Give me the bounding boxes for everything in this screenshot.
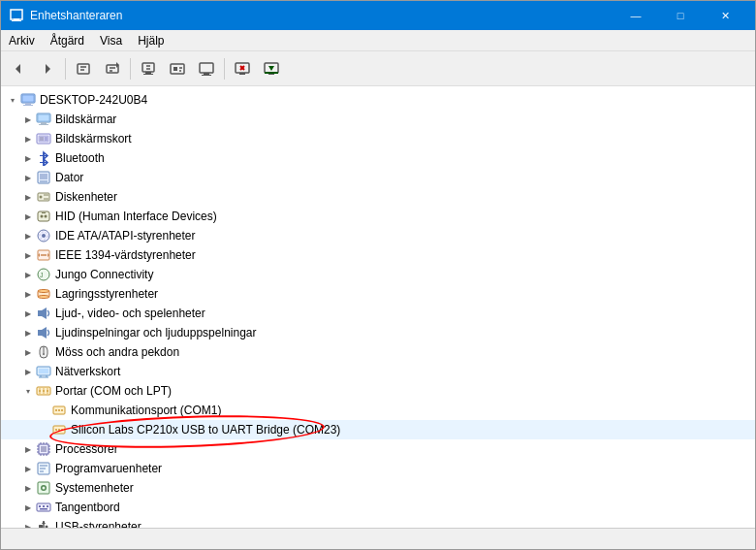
- svg-rect-126: [43, 505, 45, 507]
- tree-item-ljud[interactable]: ▶ Ljud-, video- och spelenheter: [1, 304, 755, 323]
- svg-point-123: [43, 487, 46, 490]
- expander-bluetooth[interactable]: ▶: [20, 150, 36, 166]
- tree-item-hid[interactable]: ▶ HID (Human Interface Devices): [1, 207, 755, 226]
- svg-point-59: [45, 215, 47, 218]
- close-button[interactable]: ✕: [703, 1, 747, 30]
- view-hidden-button[interactable]: [164, 55, 191, 82]
- display-button[interactable]: [193, 55, 220, 82]
- system-icon: [36, 480, 51, 496]
- storage-icon: [36, 286, 51, 302]
- app-icon: [9, 8, 24, 23]
- svg-point-89: [39, 388, 40, 389]
- audio-icon: [36, 306, 51, 321]
- menu-hjalp[interactable]: Hjälp: [130, 30, 172, 50]
- expander-processorer[interactable]: ▶: [20, 441, 36, 457]
- svg-rect-75: [38, 330, 42, 336]
- port-icon: [36, 383, 51, 399]
- expander-lagrings[interactable]: ▶: [20, 286, 36, 302]
- scan-button[interactable]: [135, 55, 162, 82]
- svg-rect-14: [143, 74, 153, 75]
- expander-usb[interactable]: ▶: [20, 519, 36, 528]
- menu-visa[interactable]: Visa: [92, 30, 130, 50]
- expander-ljudinsp[interactable]: ▶: [20, 325, 36, 340]
- usb-label: USB-styrenheter: [55, 520, 142, 528]
- tree-item-tangentbord[interactable]: ▶ Tangentbord: [1, 498, 755, 517]
- menu-atgard[interactable]: Åtgärd: [43, 30, 92, 50]
- tree-item-lagrings[interactable]: ▶ Lagringsstyrenheter: [1, 284, 755, 304]
- jungo-label: Jungo Connectivity: [55, 268, 153, 281]
- svg-point-88: [47, 390, 48, 392]
- expander-tangentbord[interactable]: ▶: [20, 500, 36, 515]
- tree-item-diskenheter[interactable]: ▶ Diskenheter: [1, 187, 755, 207]
- tree-item-usb[interactable]: ▶ USB-styrenheter: [1, 517, 755, 528]
- tree-item-silicon-labs[interactable]: ▶ Silicon Labs CP210x USB to UART Bridge…: [1, 420, 755, 439]
- audio2-icon: [36, 325, 51, 340]
- download-button[interactable]: [258, 55, 285, 82]
- remove-button[interactable]: [229, 55, 256, 82]
- expander-ljud[interactable]: ▶: [20, 306, 36, 321]
- separator-3: [224, 58, 225, 80]
- svg-point-92: [39, 392, 40, 393]
- svg-rect-5: [78, 64, 89, 74]
- update-driver-button[interactable]: [99, 55, 126, 82]
- tree-item-processorer[interactable]: ▶ Proces: [1, 439, 755, 459]
- expander-ieee[interactable]: ▶: [20, 247, 36, 263]
- tree-item-ljudinsp[interactable]: ▶ Ljudinspelningar och ljuduppspelningar: [1, 323, 755, 342]
- expander-bildskärmskort[interactable]: ▶: [20, 131, 36, 146]
- cpu-icon: [36, 441, 51, 457]
- programvaru-label: Programvaruenheter: [55, 462, 162, 475]
- back-button[interactable]: [5, 55, 32, 82]
- svg-rect-31: [265, 72, 278, 74]
- svg-rect-13: [145, 72, 151, 74]
- expander-ide[interactable]: ▶: [20, 228, 36, 243]
- tree-item-bildskärmskort[interactable]: ▶ Bildskärmskort: [1, 129, 755, 148]
- expander-moss[interactable]: ▶: [20, 344, 36, 360]
- tree-item-natverkskort[interactable]: ▶ Nätverkskort: [1, 362, 755, 381]
- silicon-labs-label: Silicon Labs CP210x USB to UART Bridge (…: [71, 423, 340, 437]
- properties-button[interactable]: [70, 55, 97, 82]
- tree-item-portar[interactable]: ▾ Portar (COM och LPT): [1, 381, 755, 401]
- tree-item-programvaru[interactable]: ▶ Programvaruenheter: [1, 459, 755, 478]
- root-label: DESKTOP-242U0B4: [40, 93, 147, 107]
- tree-item-jungo[interactable]: ▶ J Jungo Connectivity: [1, 265, 755, 284]
- keyboard-icon: [36, 500, 51, 515]
- tree-item-moss[interactable]: ▶ Möss och andra pekdon: [1, 342, 755, 362]
- expander-jungo[interactable]: ▶: [20, 267, 36, 282]
- svg-rect-37: [41, 122, 47, 124]
- tree-item-bluetooth[interactable]: ▶ Bluetooth: [1, 148, 755, 168]
- minimize-button[interactable]: —: [614, 1, 658, 30]
- svg-point-79: [43, 353, 45, 355]
- root-expander[interactable]: ▾: [5, 92, 20, 108]
- tree-item-com1[interactable]: ▶ Kommunikationsport (COM1): [1, 401, 755, 420]
- forward-button[interactable]: [34, 55, 61, 82]
- ieee-icon: [36, 247, 51, 263]
- svg-point-94: [47, 392, 47, 393]
- expander-dator[interactable]: ▶: [20, 170, 36, 185]
- svg-rect-38: [39, 124, 48, 125]
- svg-point-93: [43, 392, 44, 393]
- svg-rect-23: [202, 75, 211, 76]
- expander-natverkskort[interactable]: ▶: [20, 364, 36, 379]
- expander-programvaru[interactable]: ▶: [20, 461, 36, 476]
- tree-root[interactable]: ▾ DESKTOP-242U0B4: [1, 90, 755, 110]
- bluetooth-label: Bluetooth: [55, 151, 105, 165]
- expander-hid[interactable]: ▶: [20, 209, 36, 224]
- tree-item-system[interactable]: ▶ Systemenheter: [1, 478, 755, 498]
- device-tree[interactable]: ▾ DESKTOP-242U0B4 ▶: [1, 86, 755, 528]
- expander-bildskärmar[interactable]: ▶: [20, 112, 36, 127]
- svg-point-86: [39, 390, 41, 392]
- expander-portar[interactable]: ▾: [20, 383, 36, 399]
- expander-diskenheter[interactable]: ▶: [20, 189, 36, 205]
- svg-rect-60: [42, 212, 46, 213]
- svg-point-96: [55, 409, 57, 411]
- menu-arkiv[interactable]: Arkiv: [1, 30, 43, 50]
- tree-item-ide[interactable]: ▶ IDE ATA/ATAPI-styrenheter: [1, 226, 755, 245]
- expander-system[interactable]: ▶: [20, 480, 36, 496]
- svg-point-72: [38, 296, 49, 299]
- tree-item-dator[interactable]: ▶ Dator: [1, 168, 755, 187]
- maximize-button[interactable]: □: [658, 1, 703, 30]
- tree-item-bildskärmar[interactable]: ▶ Bildskärmar: [1, 110, 755, 129]
- natverkskort-label: Nätverkskort: [55, 365, 120, 378]
- svg-point-91: [47, 388, 47, 389]
- tree-item-ieee[interactable]: ▶ IEEE 1394-värdstyrenheter: [1, 245, 755, 265]
